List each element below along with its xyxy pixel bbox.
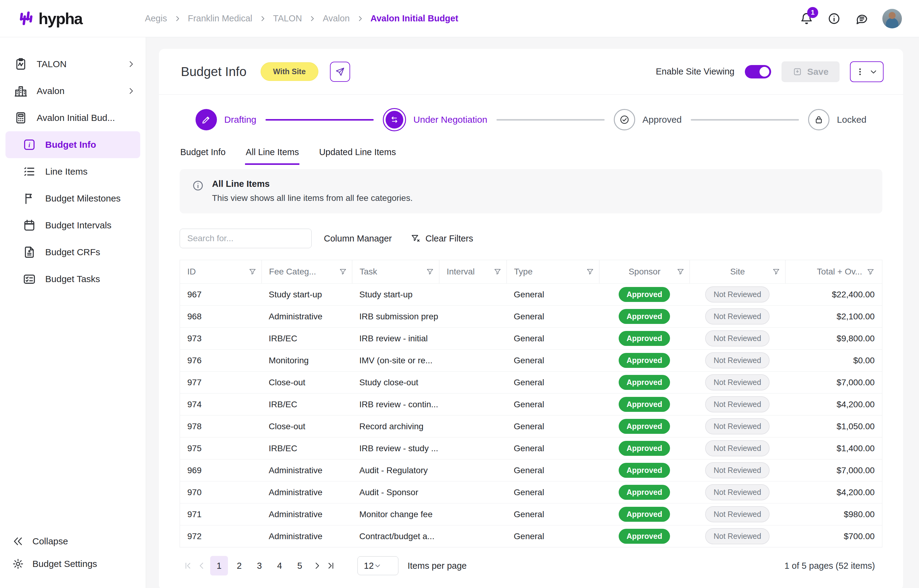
search-input[interactable] xyxy=(180,229,312,248)
chevron-right-icon xyxy=(259,15,266,22)
table-row[interactable]: 978 Close-out Record archiving General A… xyxy=(180,415,882,437)
last-page-button[interactable] xyxy=(324,557,337,575)
items-per-page-select[interactable]: 12 xyxy=(357,556,399,575)
table-row[interactable]: 972 Administrative Contract/budget a... … xyxy=(180,525,882,547)
user-avatar[interactable] xyxy=(882,9,902,28)
table-row[interactable]: 969 Administrative Audit - Regulatory Ge… xyxy=(180,459,882,481)
hypha-logo[interactable]: hypha xyxy=(17,10,82,28)
document-icon xyxy=(23,246,36,259)
sidebar-item-budget-intervals[interactable]: Budget Intervals xyxy=(5,212,140,239)
sidebar-item-budget-crfs[interactable]: Budget CRFs xyxy=(5,239,140,266)
page-number-button-1[interactable]: 1 xyxy=(210,556,228,575)
notifications-bell-icon[interactable]: 1 xyxy=(800,12,813,25)
sidebar-item-label: Line Items xyxy=(45,166,88,177)
chevron-right-icon xyxy=(309,15,316,22)
sidebar-item-avalon[interactable]: Avalon xyxy=(0,78,146,104)
chevron-right-icon xyxy=(127,60,135,68)
breadcrumb-item-talon[interactable]: TALON xyxy=(273,13,302,24)
cell-fee-category: Administrative xyxy=(261,525,352,547)
sidebar-item-budget-tasks[interactable]: Budget Tasks xyxy=(5,266,140,292)
sidebar-item-label: Avalon Initial Bud... xyxy=(37,113,115,123)
enable-site-viewing-toggle[interactable] xyxy=(745,65,771,78)
sidebar-item-budget-info[interactable]: i Budget Info xyxy=(5,131,140,158)
sidebar-footer: Collapse Budget Settings xyxy=(0,530,146,588)
table-row[interactable]: 975 IRB/EC IRB review - study ... Genera… xyxy=(180,437,882,459)
sidebar-item-budget-milestones[interactable]: Budget Milestones xyxy=(5,185,140,212)
calculator-icon xyxy=(14,111,28,124)
filter-funnel-icon[interactable] xyxy=(676,268,685,276)
cell-task: Contract/budget a... xyxy=(352,525,439,547)
clear-filters-button[interactable]: Clear Filters xyxy=(411,234,473,244)
tab-all-line-items[interactable]: All Line Items xyxy=(245,145,300,165)
cell-type: General xyxy=(507,305,599,327)
chat-icon[interactable] xyxy=(855,12,868,25)
sidebar: TALON Avalon Avalon Initial Bud... i Bud… xyxy=(0,37,146,588)
cell-site: Not Reviewed xyxy=(690,415,785,437)
breadcrumb-item-franklin-medical[interactable]: Franklin Medical xyxy=(188,13,252,24)
cell-type: General xyxy=(507,394,599,415)
filter-funnel-icon[interactable] xyxy=(586,268,594,276)
save-button[interactable]: Save xyxy=(781,61,840,82)
table-row[interactable]: 976 Monitoring IMV (on-site or re... Gen… xyxy=(180,349,882,371)
clipboard-pulse-icon xyxy=(14,57,28,71)
calendar-icon xyxy=(23,219,36,232)
sidebar-collapse-button[interactable]: Collapse xyxy=(0,530,146,552)
table-row[interactable]: 967 Study start-up Study start-up Genera… xyxy=(180,283,882,305)
filter-funnel-icon[interactable] xyxy=(426,268,434,276)
cell-interval xyxy=(439,525,507,547)
filter-funnel-icon[interactable] xyxy=(339,268,347,276)
breadcrumb-item-avalon[interactable]: Avalon xyxy=(323,13,350,24)
filter-funnel-icon[interactable] xyxy=(772,268,780,276)
previous-page-button[interactable] xyxy=(195,557,208,575)
table-row[interactable]: 973 IRB/EC IRB review - initial General … xyxy=(180,327,882,349)
step-label: Locked xyxy=(837,115,866,125)
sidebar-item-avalon-initial-bud[interactable]: Avalon Initial Bud... xyxy=(0,104,146,131)
next-page-button[interactable] xyxy=(310,557,324,575)
line-items-table: ID Fee Categ... Task Interval Type Spons… xyxy=(180,260,882,548)
tab-budget-info[interactable]: Budget Info xyxy=(180,145,226,165)
sidebar-budget-settings[interactable]: Budget Settings xyxy=(0,552,146,575)
breadcrumb-item-avalon-initial-budget[interactable]: Avalon Initial Budget xyxy=(371,13,458,24)
page-number-button-4[interactable]: 4 xyxy=(271,556,289,575)
cell-interval xyxy=(439,284,507,305)
filter-funnel-icon[interactable] xyxy=(248,268,257,276)
collapse-label: Collapse xyxy=(32,536,68,546)
cell-sponsor: Approved xyxy=(599,459,690,481)
page-number-button-2[interactable]: 2 xyxy=(230,556,248,575)
sidebar-item-talon[interactable]: TALON xyxy=(0,51,146,78)
cell-site: Not Reviewed xyxy=(690,394,785,415)
sponsor-status-badge: Approved xyxy=(619,441,670,456)
flag-icon xyxy=(23,192,36,205)
cell-id: 974 xyxy=(180,394,261,415)
send-button[interactable] xyxy=(330,62,350,82)
column-manager-button[interactable]: Column Manager xyxy=(324,234,392,244)
tab-updated-line-items[interactable]: Updated Line Items xyxy=(318,145,396,165)
cell-interval xyxy=(439,328,507,349)
table-row[interactable]: 971 Administrative Monitor change fee Ge… xyxy=(180,503,882,525)
topbar-actions: 1 xyxy=(800,9,902,28)
sidebar-item-label: Budget Tasks xyxy=(45,274,100,284)
table-row[interactable]: 977 Close-out Study close-out General Ap… xyxy=(180,371,882,393)
table-row[interactable]: 968 Administrative IRB submission prep G… xyxy=(180,305,882,327)
cell-total: $2,100.00 xyxy=(785,305,882,327)
breadcrumb-item-aegis[interactable]: Aegis xyxy=(145,13,167,24)
info-banner-description: This view shows all line items from all … xyxy=(212,193,413,203)
page-number-button-5[interactable]: 5 xyxy=(291,556,309,575)
sidebar-item-label: TALON xyxy=(37,59,66,69)
sponsor-status-badge: Approved xyxy=(619,309,670,324)
first-page-button[interactable] xyxy=(182,557,195,575)
column-header-total-ov: Total + Ov... xyxy=(785,260,882,283)
site-status-badge: Not Reviewed xyxy=(705,506,770,522)
info-icon[interactable] xyxy=(827,12,841,25)
page-number-button-3[interactable]: 3 xyxy=(251,556,268,575)
breadcrumb: AegisFranklin MedicalTALONAvalonAvalon I… xyxy=(145,13,458,24)
filter-funnel-icon[interactable] xyxy=(866,268,875,276)
cell-id: 976 xyxy=(180,350,261,371)
sidebar-item-line-items[interactable]: Line Items xyxy=(5,158,140,185)
filter-funnel-icon[interactable] xyxy=(493,268,502,276)
table-row[interactable]: 970 Administrative Audit - Sponsor Gener… xyxy=(180,481,882,503)
cell-type: General xyxy=(507,481,599,503)
more-actions-button[interactable] xyxy=(850,61,883,82)
table-row[interactable]: 974 IRB/EC IRB review - contin... Genera… xyxy=(180,393,882,415)
cell-fee-category: Administrative xyxy=(261,481,352,503)
